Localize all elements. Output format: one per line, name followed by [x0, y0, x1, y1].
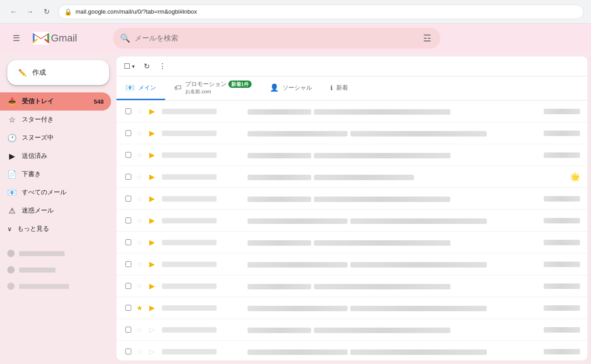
email-meta [544, 152, 580, 158]
search-bar[interactable]: 🔍 ☲ [113, 28, 440, 49]
sidebar-item-spam[interactable]: ⚠ 迷惑メール [0, 202, 111, 220]
compose-button[interactable]: ✏️ 作成 [7, 60, 109, 85]
new-tab-label: 新着 [336, 84, 348, 92]
email-row[interactable]: ☆ ▷ [116, 341, 587, 360]
email-row[interactable]: ☆ ▶ [116, 122, 587, 144]
email-snippet [350, 217, 487, 224]
starred-label: スター付き [22, 116, 104, 124]
email-checkbox[interactable] [124, 283, 133, 289]
email-meta [544, 196, 580, 202]
tab-promotions[interactable]: 🏷 プロモーション 新着1件 お名前.com [165, 76, 261, 100]
hamburger-button[interactable]: ☰ [7, 29, 25, 47]
more-button[interactable]: ∨ もっと見る [0, 220, 116, 238]
refresh-button[interactable]: ↻ [140, 59, 153, 73]
gmail-sidebar: ✏️ 作成 📥 受信トレイ 548 ☆ スター付き 🕐 スヌーズ中 ▶ 送信済み [0, 53, 116, 364]
email-sender [162, 174, 244, 180]
email-body [248, 326, 540, 333]
email-sender [162, 218, 244, 223]
star-button[interactable]: ☆ [136, 260, 146, 268]
email-checkbox[interactable] [124, 261, 133, 267]
email-sender [162, 131, 244, 136]
search-icon: 🔍 [120, 33, 130, 43]
chevron-down-icon: ∨ [7, 225, 12, 233]
email-snippet [314, 283, 450, 289]
email-subject [248, 348, 348, 355]
email-sender [162, 109, 244, 114]
email-row[interactable]: ★ ▶ [116, 297, 587, 319]
email-body [248, 283, 540, 289]
email-row[interactable]: ☆ ▶ [116, 144, 587, 166]
back-button[interactable]: ← [7, 5, 20, 18]
sidebar-item-snoozed[interactable]: 🕐 スヌーズ中 [0, 129, 111, 147]
promo-badge: 新着1件 [228, 81, 252, 88]
email-subject [248, 304, 348, 311]
email-row[interactable]: ☆ ▷ [116, 319, 587, 341]
star-button[interactable]: ☆ [136, 217, 146, 225]
star-button[interactable]: ☆ [136, 195, 146, 203]
email-checkbox[interactable] [124, 130, 133, 136]
forward-button[interactable]: → [24, 5, 36, 18]
select-all-button[interactable]: ☐ ▾ [120, 59, 138, 73]
email-row[interactable]: ☆ ▶ 🌟 [116, 166, 587, 188]
star-button[interactable]: ☆ [136, 348, 146, 356]
email-checkbox[interactable] [124, 174, 133, 180]
email-snippet [350, 261, 487, 268]
email-checkbox[interactable] [124, 305, 133, 311]
sidebar-item-all[interactable]: 📧 すべてのメール [0, 183, 111, 202]
tab-social[interactable]: 👤 ソーシャル [261, 76, 321, 100]
sidebar-item-inbox[interactable]: 📥 受信トレイ 548 [0, 92, 111, 111]
label-row-1 [0, 245, 116, 262]
drafts-icon: 📄 [7, 170, 16, 179]
tab-new[interactable]: ℹ 新着 [321, 76, 357, 100]
email-checkbox[interactable] [124, 327, 133, 333]
email-snippet [350, 130, 487, 136]
sidebar-labels [0, 245, 116, 294]
email-row[interactable]: ☆ ▶ [116, 188, 587, 210]
email-meta [544, 305, 580, 311]
email-subject [248, 130, 348, 136]
email-row[interactable]: ☆ ▶ [116, 253, 587, 275]
star-button[interactable]: ☆ [136, 129, 146, 137]
star-button[interactable]: ☆ [136, 107, 146, 116]
sidebar-item-sent[interactable]: ▶ 送信済み [0, 147, 111, 165]
sent-label: 送信済み [22, 152, 104, 160]
address-bar[interactable]: 🔒 mail.google.com/mail/u/0/?tab=rm&ogbl#… [58, 5, 584, 19]
star-button[interactable]: ☆ [136, 238, 146, 247]
star-button[interactable]: ☆ [136, 326, 146, 334]
sidebar-item-drafts[interactable]: 📄 下書き [0, 165, 111, 183]
label-row-2 [0, 262, 116, 278]
star-button[interactable]: ☆ [136, 173, 146, 181]
important-marker: ▷ [149, 347, 158, 356]
search-filter-button[interactable]: ☲ [421, 31, 433, 46]
email-checkbox[interactable] [124, 152, 133, 158]
promo-tab-icon: 🏷 [174, 84, 182, 92]
label-text-2 [19, 268, 56, 273]
important-marker: ▶ [149, 194, 158, 203]
refresh-icon: ↻ [144, 62, 150, 71]
email-checkbox[interactable] [124, 196, 133, 202]
email-checkbox[interactable] [124, 108, 133, 114]
star-button[interactable]: ☆ [136, 282, 146, 290]
email-sender [162, 305, 244, 311]
tab-main[interactable]: 📧 メイン [116, 76, 165, 100]
sidebar-item-starred[interactable]: ☆ スター付き [0, 111, 111, 129]
browser-nav: ← → ↻ [7, 5, 53, 18]
email-row[interactable]: ☆ ▶ [116, 232, 587, 253]
more-options-button[interactable]: ⋮ [155, 59, 170, 73]
email-checkbox[interactable] [124, 217, 133, 223]
snooze-icon: 🕐 [7, 133, 16, 143]
checkbox-icon: ☐ [124, 62, 130, 71]
email-body [248, 217, 540, 224]
search-input[interactable] [135, 34, 417, 42]
email-row[interactable]: ☆ ▶ [116, 101, 587, 122]
star-button[interactable]: ★ [136, 304, 146, 312]
gmail-wordmark: Gmail [51, 32, 77, 44]
star-button[interactable]: ☆ [136, 151, 146, 159]
email-checkbox[interactable] [124, 239, 133, 245]
email-checkbox[interactable] [124, 349, 133, 354]
reload-button[interactable]: ↻ [40, 5, 53, 18]
email-body [248, 108, 540, 115]
email-snippet [314, 195, 450, 202]
email-row[interactable]: ☆ ▶ [116, 275, 587, 297]
email-row[interactable]: ☆ ▶ [116, 210, 587, 232]
